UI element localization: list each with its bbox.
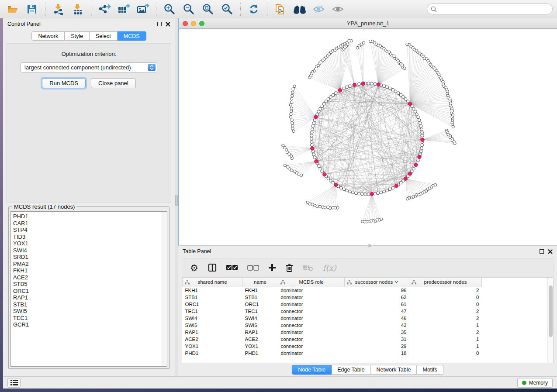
network-leaf-node[interactable]: [293, 170, 296, 172]
network-node[interactable]: [419, 122, 422, 125]
network-leaf-node[interactable]: [287, 165, 289, 168]
network-node[interactable]: [343, 188, 346, 191]
new-network-from-selection-button[interactable]: [272, 2, 289, 17]
column-header-predecessor-nodes[interactable]: predecessor nodes: [409, 278, 482, 287]
show-all-button[interactable]: [330, 2, 346, 17]
network-node[interactable]: [399, 181, 402, 184]
network-node[interactable]: [386, 86, 389, 89]
mcds-result-item[interactable]: GCR1: [13, 321, 167, 328]
network-node[interactable]: [329, 96, 332, 99]
network-node[interactable]: [374, 83, 377, 86]
network-node[interactable]: [367, 82, 370, 85]
network-leaf-node[interactable]: [350, 39, 353, 42]
network-node[interactable]: [327, 98, 330, 101]
mcds-node[interactable]: [404, 177, 407, 180]
network-titlebar[interactable]: YPA_prune.txt_1: [179, 18, 557, 29]
mcds-result-list[interactable]: PHD1CAR1STP4TID3YOX1SWI4SRD1PMA2FKH1ACE2…: [10, 211, 167, 367]
network-node[interactable]: [310, 131, 313, 134]
network-node[interactable]: [319, 167, 322, 170]
network-node[interactable]: [346, 189, 349, 192]
network-node[interactable]: [397, 92, 400, 95]
network-leaf-node[interactable]: [332, 206, 334, 209]
network-node[interactable]: [404, 98, 407, 101]
mcds-node[interactable]: [323, 172, 326, 176]
network-leaf-node[interactable]: [290, 97, 293, 100]
network-node[interactable]: [417, 116, 420, 119]
search-box[interactable]: [427, 3, 553, 14]
zoom-selected-button[interactable]: [219, 2, 235, 17]
network-leaf-node[interactable]: [291, 124, 294, 127]
network-leaf-node[interactable]: [292, 88, 294, 90]
network-leaf-node[interactable]: [306, 201, 309, 203]
network-node[interactable]: [358, 83, 361, 86]
table-row[interactable]: FKH1FKH1dominator962: [183, 287, 482, 294]
network-node[interactable]: [310, 144, 313, 147]
table-row[interactable]: SWI4SWI4dominator462: [183, 315, 482, 322]
network-node[interactable]: [420, 147, 423, 150]
mcds-node[interactable]: [394, 184, 398, 188]
mcds-result-item[interactable]: ORC1: [13, 288, 167, 295]
network-node[interactable]: [412, 107, 415, 110]
mcds-node[interactable]: [421, 138, 424, 141]
network-leaf-node[interactable]: [290, 113, 292, 115]
table-row[interactable]: YOX1YOX1connector291: [183, 343, 482, 350]
network-leaf-node[interactable]: [291, 94, 294, 97]
select-all-button[interactable]: [226, 261, 238, 274]
mcds-result-item[interactable]: PMA2: [13, 261, 167, 268]
tab-mcds[interactable]: MCDS: [118, 31, 146, 41]
network-node[interactable]: [421, 131, 424, 134]
mcds-result-item[interactable]: TEC1: [13, 315, 167, 322]
import-table-button[interactable]: [69, 2, 86, 17]
table-options-button[interactable]: ⚙: [190, 261, 198, 274]
delete-column-button[interactable]: [286, 261, 293, 274]
network-node[interactable]: [358, 192, 361, 195]
show-task-history-button[interactable]: [7, 378, 21, 388]
table-row[interactable]: ACE2ACE2connector311: [183, 336, 482, 343]
network-leaf-node[interactable]: [311, 203, 314, 206]
network-node[interactable]: [421, 134, 424, 137]
tab-network[interactable]: Network: [31, 31, 65, 41]
horizontal-splitter-grip[interactable]: [368, 244, 371, 247]
export-table-button[interactable]: [115, 2, 132, 17]
close-panel-icon[interactable]: [166, 22, 170, 27]
network-leaf-node[interactable]: [318, 205, 321, 208]
network-node[interactable]: [417, 159, 420, 162]
export-network-button[interactable]: [96, 2, 113, 17]
network-leaf-node[interactable]: [291, 101, 293, 103]
network-node[interactable]: [367, 193, 370, 196]
hide-selected-button[interactable]: [311, 2, 327, 17]
mcds-node[interactable]: [414, 163, 418, 166]
network-node[interactable]: [377, 192, 380, 195]
table-scrollbar[interactable]: [547, 278, 553, 363]
mcds-node[interactable]: [311, 147, 314, 150]
mcds-result-item[interactable]: STP4: [13, 227, 167, 234]
network-node[interactable]: [386, 189, 389, 192]
network-node[interactable]: [348, 190, 351, 193]
network-node[interactable]: [339, 186, 343, 189]
network-leaf-node[interactable]: [361, 220, 364, 223]
zoom-out-button[interactable]: [180, 2, 197, 17]
network-node[interactable]: [346, 86, 349, 89]
network-leaf-node[interactable]: [292, 130, 295, 132]
network-leaf-node[interactable]: [291, 119, 293, 121]
tab-network-table[interactable]: Network Table: [371, 365, 417, 375]
network-node[interactable]: [311, 128, 314, 131]
table-scrollbar-thumb[interactable]: [549, 285, 553, 337]
network-leaf-node[interactable]: [284, 164, 286, 167]
network-node[interactable]: [412, 167, 415, 170]
network-node[interactable]: [317, 110, 320, 113]
node-table[interactable]: shared namenameMCDS rolesuccessor nodesp…: [182, 277, 554, 363]
float-table-panel-icon[interactable]: [540, 249, 544, 254]
network-node[interactable]: [370, 82, 373, 85]
network-node[interactable]: [391, 88, 394, 91]
tab-select[interactable]: Select: [90, 31, 118, 41]
network-node[interactable]: [310, 134, 313, 137]
table-row[interactable]: STB1STB1dominator620: [183, 294, 482, 301]
splitter-grip[interactable]: [175, 195, 178, 206]
network-node[interactable]: [418, 119, 421, 122]
mcds-result-item[interactable]: RAP1: [13, 294, 167, 301]
mcds-result-item[interactable]: ACE2: [13, 274, 167, 281]
panel-splitter[interactable]: [175, 18, 178, 376]
tab-node-table[interactable]: Node Table: [292, 365, 332, 375]
import-network-button[interactable]: [50, 2, 67, 17]
